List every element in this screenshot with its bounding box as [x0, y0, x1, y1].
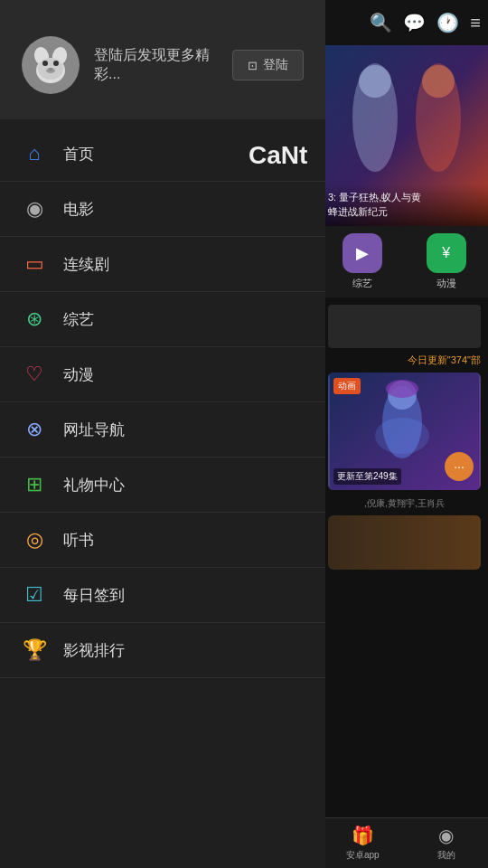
- audio-icon: ◎: [22, 527, 47, 552]
- placeholder-box: [328, 305, 481, 348]
- sidebar-item-weblink[interactable]: ⊗ 网址导航: [0, 402, 325, 458]
- android-icon: 🎁: [352, 825, 374, 846]
- movie-label: 电影: [63, 199, 94, 220]
- anime-label: 动漫: [63, 364, 94, 385]
- chat-button[interactable]: ···: [445, 452, 474, 481]
- variety-cat-label: 综艺: [352, 277, 372, 290]
- svg-point-6: [53, 61, 59, 66]
- svg-point-12: [359, 65, 391, 98]
- episode-text: 更新至第249集: [333, 468, 401, 485]
- second-card[interactable]: [328, 515, 481, 570]
- anime-card[interactable]: 动画 ··· 更新至第249集: [328, 373, 481, 490]
- anime-badge: 动画: [333, 378, 361, 394]
- checkin-label: 每日签到: [63, 585, 125, 606]
- svg-point-18: [375, 418, 429, 454]
- category-variety[interactable]: ▶ 综艺: [343, 233, 382, 290]
- home-label: 首页: [63, 144, 94, 165]
- sidebar-item-rank[interactable]: 🏆 影视排行: [0, 623, 325, 678]
- login-button[interactable]: ⊡ 登陆: [232, 50, 304, 80]
- profile-label: 我的: [437, 849, 455, 862]
- weblink-label: 网址导航: [63, 420, 125, 440]
- android-label: 安卓app: [346, 849, 380, 862]
- bottom-nav-android[interactable]: 🎁 安卓app: [321, 818, 405, 868]
- right-panel: 🔍 💬 🕐 ≡ 3: 量子狂热,蚁人与黄 蜂进战新纪元: [321, 0, 488, 868]
- anime-cat-icon: ¥: [427, 233, 466, 273]
- checkin-icon: ☑: [22, 582, 47, 608]
- sidebar-item-audio[interactable]: ◎ 听书: [0, 513, 325, 568]
- login-prompt: 登陆后发现更多精彩...: [94, 46, 218, 84]
- cant-label: CaNt: [249, 141, 307, 170]
- content-area: 今日更新"374"部: [321, 297, 488, 868]
- hero-overlay: 3: 量子狂热,蚁人与黄 蜂进战新纪元: [321, 184, 488, 226]
- chat-icon[interactable]: 💬: [403, 12, 426, 33]
- clock-icon[interactable]: 🕐: [436, 12, 459, 33]
- sidebar-item-series[interactable]: ▭ 连续剧: [0, 237, 325, 292]
- sidebar-item-anime[interactable]: ♡ 动漫: [0, 347, 325, 402]
- bottom-nav-profile[interactable]: ◉ 我的: [405, 818, 489, 868]
- series-icon: ▭: [22, 251, 47, 277]
- gift-icon: ⊞: [22, 472, 47, 497]
- menu-list: ⌂ 首页 ◉ 电影 ▭ 连续剧 ⊛ 综艺 ♡ 动漫 ⊗ 网址导航 ⊞ 礼物中心: [0, 119, 325, 868]
- gift-label: 礼物中心: [63, 475, 125, 495]
- bottom-nav: 🎁 安卓app ◉ 我的: [321, 817, 488, 868]
- variety-label: 综艺: [63, 309, 94, 330]
- menu-icon[interactable]: ≡: [470, 13, 481, 33]
- anime-cat-label: 动漫: [436, 277, 456, 290]
- login-icon: ⊡: [248, 59, 258, 72]
- search-icon[interactable]: 🔍: [370, 12, 392, 33]
- category-row: ▶ 综艺 ¥ 动漫: [321, 226, 488, 297]
- rank-icon: 🏆: [22, 637, 47, 663]
- sidebar: 登陆后发现更多精彩... ⊡ 登陆 ⌂ 首页 ◉ 电影 ▭ 连续剧 ⊛ 综艺 ♡…: [0, 0, 325, 868]
- login-label: 登陆: [263, 57, 288, 73]
- variety-icon: ⊛: [22, 307, 47, 332]
- hero-title: 3: 量子狂热,蚁人与黄: [328, 191, 481, 204]
- update-badge: 今日更新"374"部: [328, 354, 481, 367]
- anime-icon: ♡: [22, 362, 47, 387]
- sidebar-item-movie[interactable]: ◉ 电影: [0, 182, 325, 237]
- sidebar-item-gift[interactable]: ⊞ 礼物中心: [0, 458, 325, 513]
- svg-point-17: [386, 380, 418, 398]
- svg-point-13: [422, 65, 455, 98]
- movie-icon: ◉: [22, 196, 47, 222]
- hero-banner[interactable]: 3: 量子狂热,蚁人与黄 蜂进战新纪元: [321, 45, 488, 226]
- audio-label: 听书: [63, 530, 94, 551]
- hero-subtitle: 蜂进战新纪元: [328, 205, 481, 219]
- sidebar-header: 登陆后发现更多精彩... ⊡ 登陆: [0, 0, 325, 119]
- top-nav: 🔍 💬 🕐 ≡: [321, 0, 488, 45]
- sidebar-item-variety[interactable]: ⊛ 综艺: [0, 292, 325, 347]
- weblink-icon: ⊗: [22, 417, 47, 442]
- avatar[interactable]: [22, 36, 80, 94]
- rank-label: 影视排行: [63, 640, 125, 661]
- home-icon: ⌂: [22, 141, 47, 166]
- svg-point-8: [49, 68, 52, 71]
- series-label: 连续剧: [63, 254, 109, 275]
- cast-text: ,倪康,黄翔宇,王肖兵: [328, 497, 481, 510]
- variety-cat-icon: ▶: [343, 233, 382, 273]
- profile-icon: ◉: [438, 825, 454, 846]
- svg-point-5: [42, 61, 48, 66]
- sidebar-item-checkin[interactable]: ☑ 每日签到: [0, 568, 325, 623]
- category-anime[interactable]: ¥ 动漫: [427, 233, 466, 290]
